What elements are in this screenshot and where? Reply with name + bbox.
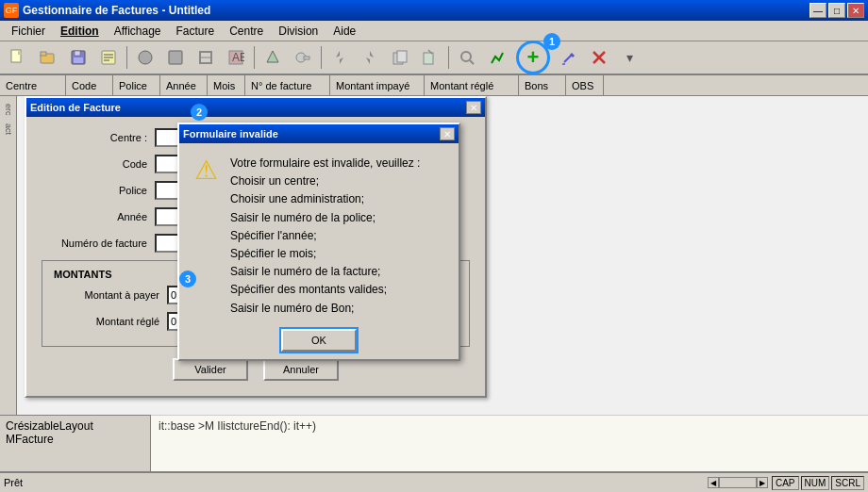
dialog-invalid: Formulaire invalide ✕ ⚠ Votre formulaire… xyxy=(177,123,460,361)
edit-button[interactable] xyxy=(94,44,123,71)
menu-affichage[interactable]: Affichage xyxy=(107,23,169,40)
menu-bar: Fichier Edition Affichage Facture Centre… xyxy=(0,21,868,41)
tool-btn-edit[interactable] xyxy=(555,44,583,71)
menu-division[interactable]: Division xyxy=(271,23,326,40)
label-police: Police xyxy=(42,185,155,196)
title-bar-buttons: — □ ✕ xyxy=(810,3,864,18)
invalid-item-7: Saisir le numéro de Bon; xyxy=(230,302,354,315)
dialog-invalid-close[interactable]: ✕ xyxy=(440,127,455,140)
left-sidebar: erc act xyxy=(0,96,17,415)
label-annee: Année xyxy=(42,211,155,222)
invalid-intro: Votre formulaire est invalide, veuillez … xyxy=(230,156,420,170)
tool-btn-10[interactable] xyxy=(289,44,317,71)
indicator-cap: CAP xyxy=(772,476,799,490)
tool-btn-5[interactable] xyxy=(131,44,159,71)
tool-btn-7[interactable] xyxy=(192,44,220,71)
dialog-invalid-title: Formulaire invalide xyxy=(183,128,278,139)
save-button[interactable] xyxy=(64,44,92,71)
dialog-invalid-body: ⚠ Votre formulaire est invalide, veuille… xyxy=(179,143,459,325)
col-bons: Bons xyxy=(519,75,566,95)
dialog-edition-close[interactable]: ✕ xyxy=(466,101,481,114)
ok-button[interactable]: OK xyxy=(281,329,357,352)
tool-btn-15[interactable] xyxy=(453,44,481,71)
tool-btn-9[interactable] xyxy=(259,44,287,71)
toolbar-separator-4 xyxy=(448,46,449,69)
invalid-item-4: Spécifier le mois; xyxy=(230,247,316,260)
svg-rect-22 xyxy=(424,53,433,64)
add-badge: 1 xyxy=(543,33,560,50)
toolbar-separator-1 xyxy=(126,46,127,69)
col-code: Code xyxy=(66,75,113,95)
label-code: Code xyxy=(42,158,155,170)
svg-rect-6 xyxy=(74,57,83,63)
tool-btn-extra[interactable]: ▾ xyxy=(615,44,643,71)
svg-text:AB: AB xyxy=(232,51,244,64)
app-icon: GF xyxy=(4,3,19,18)
label-centre: Centre : xyxy=(42,132,155,143)
svg-point-11 xyxy=(139,51,152,64)
open-button[interactable] xyxy=(34,44,62,71)
scrollbar-thumb[interactable] xyxy=(719,477,757,488)
invalid-item-1: Choisir une administration; xyxy=(230,192,364,205)
status-indicators: CAP NUM SCRL xyxy=(772,476,864,490)
svg-rect-3 xyxy=(41,52,46,56)
minimize-button[interactable]: — xyxy=(810,3,826,18)
status-class1: CrésizableLayout xyxy=(6,419,144,433)
tool-btn-13[interactable] xyxy=(386,44,414,71)
col-centre: Centre xyxy=(0,75,66,95)
dialog-invalid-titlebar: Formulaire invalide ✕ xyxy=(179,124,459,143)
dialog-invalid-footer: OK xyxy=(179,325,459,359)
label-numerofacture: Numéro de facture xyxy=(42,238,155,249)
tool-btn-delete[interactable] xyxy=(585,44,613,71)
col-montant-impaye: Montant impayé xyxy=(330,75,425,95)
status-text: Prêt xyxy=(4,477,708,488)
annuler-button[interactable]: Annuler xyxy=(263,358,339,381)
toolbar-separator-2 xyxy=(254,46,255,69)
col-annee: Année xyxy=(160,75,208,95)
toolbar: AB + 1 ▾ xyxy=(0,41,868,75)
col-police: Police xyxy=(113,75,160,95)
close-button[interactable]: ✕ xyxy=(847,3,864,18)
indicator-num: NUM xyxy=(801,476,830,490)
maximize-button[interactable]: □ xyxy=(828,3,845,18)
label-montant-payer: Montant à payer xyxy=(54,289,167,301)
col-montant-regle: Montant réglé xyxy=(425,75,519,95)
toolbar-separator-3 xyxy=(321,46,322,69)
svg-rect-19 xyxy=(304,57,309,59)
badge-2: 2 xyxy=(191,104,208,121)
invalid-item-2: Saisir le numéro de la police; xyxy=(230,211,376,224)
menu-edition[interactable]: Edition xyxy=(53,23,107,40)
col-mois: Mois xyxy=(208,75,245,95)
indicator-scrl: SCRL xyxy=(831,476,864,490)
valider-button[interactable]: Valider xyxy=(173,358,248,381)
column-headers: Centre Code Police Année Mois N° de fact… xyxy=(0,75,868,96)
scroll-right[interactable]: ▶ xyxy=(757,477,768,488)
label-montant-regle: Montant réglé xyxy=(54,316,167,327)
invalid-message: Votre formulaire est invalide, veuillez … xyxy=(230,155,420,318)
tool-btn-11[interactable] xyxy=(326,44,354,71)
invalid-item-6: Spécifier des montants valides; xyxy=(230,283,387,296)
invalid-item-3: Spécifier l'année; xyxy=(230,229,317,242)
invalid-item-0: Choisir un centre; xyxy=(230,174,319,188)
col-nofacture: N° de facture xyxy=(245,75,330,95)
svg-line-25 xyxy=(470,60,474,64)
tool-btn-6[interactable] xyxy=(161,44,190,71)
menu-fichier[interactable]: Fichier xyxy=(4,23,53,40)
tool-btn-14[interactable] xyxy=(416,44,444,71)
col-obs: OBS xyxy=(566,75,604,95)
dialog-edition-titlebar: Edition de Facture ✕ xyxy=(26,98,485,117)
badge-3: 3 xyxy=(179,271,196,287)
tool-btn-8[interactable]: AB xyxy=(222,44,250,71)
new-button[interactable] xyxy=(4,44,32,71)
menu-centre[interactable]: Centre xyxy=(222,23,271,40)
tool-btn-12[interactable] xyxy=(356,44,384,71)
svg-point-24 xyxy=(461,52,471,61)
warning-icon: ⚠ xyxy=(191,155,221,318)
sidebar-label-erc: erc xyxy=(4,100,13,120)
menu-aide[interactable]: Aide xyxy=(326,23,363,40)
invalid-item-5: Saisir le numéro de la facture; xyxy=(230,265,380,278)
scroll-left[interactable]: ◀ xyxy=(708,477,719,488)
tool-btn-16[interactable] xyxy=(483,44,511,71)
title-bar: GF Gestionnaire de Factures - Untitled —… xyxy=(0,0,868,21)
menu-facture[interactable]: Facture xyxy=(169,23,223,40)
